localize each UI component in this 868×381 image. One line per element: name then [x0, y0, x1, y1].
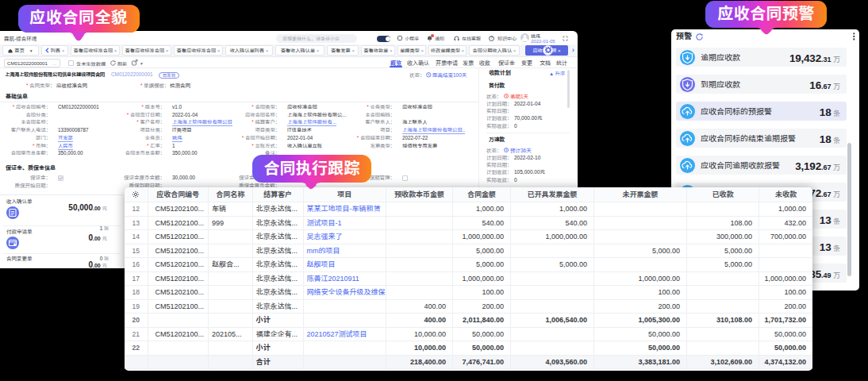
svg-text:?: ? — [490, 37, 493, 40]
